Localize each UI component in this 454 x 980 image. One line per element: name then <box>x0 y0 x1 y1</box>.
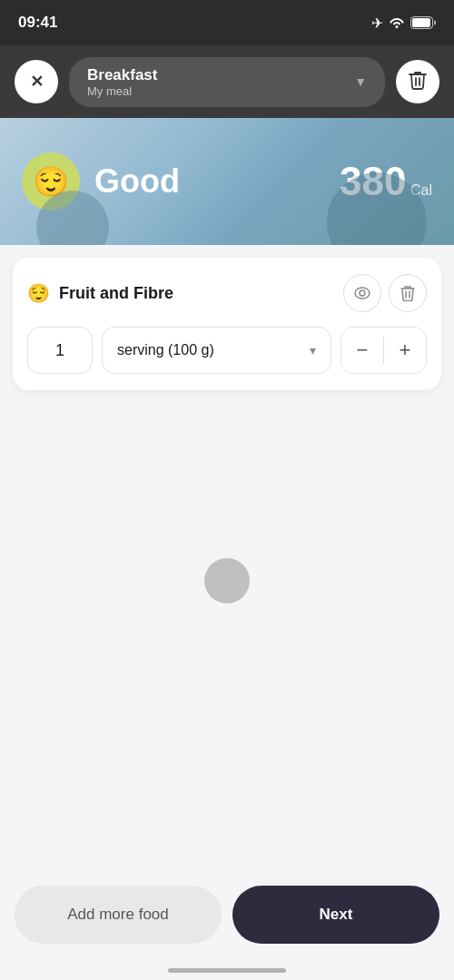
loading-indicator <box>204 558 250 603</box>
hero-label: Good <box>94 162 340 201</box>
next-button[interactable]: Next <box>232 886 439 944</box>
svg-point-3 <box>360 290 365 296</box>
battery-icon <box>410 16 436 29</box>
airplane-icon: ✈ <box>371 15 383 32</box>
bottom-actions: Add more food Next <box>0 886 454 944</box>
serving-chevron-icon: ▾ <box>310 343 316 358</box>
food-actions <box>343 274 427 312</box>
hero-banner: 😌 Good 380 Cal <box>0 118 454 245</box>
serving-selector[interactable]: serving (100 g) ▾ <box>102 327 331 374</box>
food-emoji-icon: 😌 <box>27 282 50 304</box>
chevron-down-icon: ▼ <box>354 74 367 89</box>
meal-title: Breakfast <box>87 66 158 84</box>
food-controls: serving (100 g) ▾ − + <box>27 327 427 374</box>
svg-rect-1 <box>412 18 430 27</box>
delete-meal-button[interactable] <box>396 60 439 103</box>
food-name-row: 😌 Fruit and Fibre <box>27 282 173 304</box>
status-time: 09:41 <box>18 14 57 32</box>
view-food-button[interactable] <box>343 274 381 312</box>
meal-selector-container: Breakfast My meal ▼ <box>69 57 385 107</box>
meal-subtitle: My meal <box>87 84 158 98</box>
quantity-input[interactable] <box>27 327 93 374</box>
status-icons: ✈ <box>371 15 436 32</box>
svg-point-2 <box>355 288 370 299</box>
header: ✕ Breakfast My meal ▼ <box>0 45 454 118</box>
serving-text: serving (100 g) <box>117 342 214 358</box>
close-icon: ✕ <box>30 72 44 92</box>
quantity-stepper: − + <box>340 327 427 374</box>
middle-area <box>0 390 454 771</box>
food-name: Fruit and Fibre <box>59 284 173 303</box>
food-card-container: 😌 Fruit and Fibre s <box>0 245 454 390</box>
increment-button[interactable]: + <box>384 327 426 374</box>
add-more-food-button[interactable]: Add more food <box>15 886 222 944</box>
wifi-icon <box>389 15 405 31</box>
status-bar: 09:41 ✈ <box>0 0 454 45</box>
meal-selector[interactable]: Breakfast My meal ▼ <box>69 57 385 107</box>
trash-icon <box>409 70 427 94</box>
food-card: 😌 Fruit and Fibre s <box>13 258 441 390</box>
food-card-header: 😌 Fruit and Fibre <box>27 274 427 312</box>
decrement-button[interactable]: − <box>341 327 383 374</box>
meal-selector-text: Breakfast My meal <box>87 66 158 98</box>
home-indicator <box>168 968 286 973</box>
close-button[interactable]: ✕ <box>15 60 58 103</box>
delete-food-button[interactable] <box>389 274 427 312</box>
